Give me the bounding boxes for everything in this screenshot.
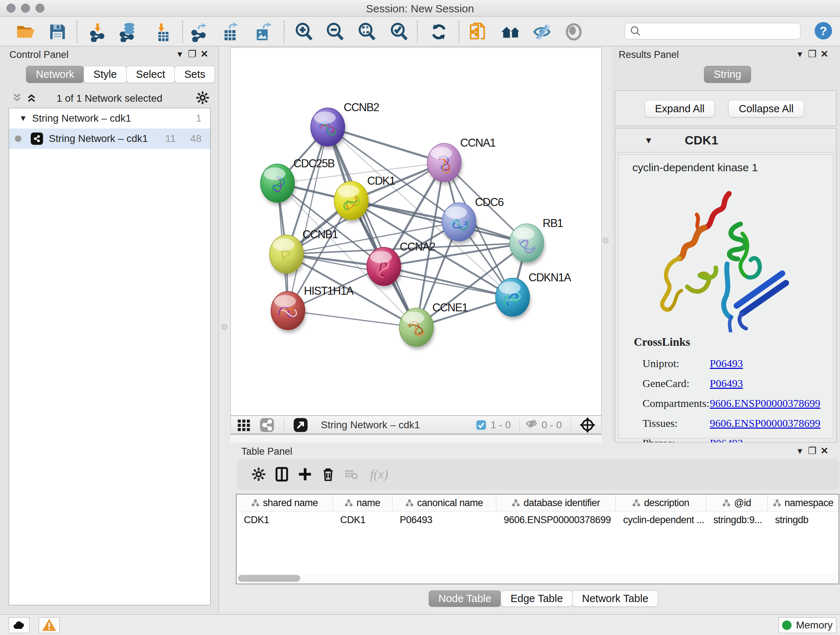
panel-menu-icon[interactable]: ▾ (794, 445, 806, 456)
results-panel: Results Panel ▾ ❐ ✕ String Expand All Co… (611, 46, 840, 443)
results-panel-title: Results Panel (619, 49, 679, 60)
table-panel-window-buttons: ▾ ❐ ✕ (794, 445, 831, 456)
tab-select[interactable]: Select (126, 66, 175, 83)
zoom-selected-button[interactable] (388, 21, 409, 42)
panel-close-icon[interactable]: ✕ (198, 49, 210, 60)
refresh-button[interactable] (428, 21, 449, 42)
network-collection-row[interactable]: ▼ String Network – cdk1 1 (9, 108, 210, 128)
export-network-button[interactable] (189, 21, 210, 42)
column-header[interactable]: canonical name (393, 494, 496, 511)
panel-menu-icon[interactable]: ▾ (794, 49, 806, 60)
delete-column-button[interactable] (317, 464, 340, 485)
show-eye-button[interactable] (563, 21, 584, 42)
column-header[interactable]: namespace (767, 494, 838, 511)
network-edge[interactable] (288, 127, 328, 310)
right-splitter-handle[interactable] (603, 238, 608, 243)
selected-checkbox[interactable] (475, 419, 487, 431)
panel-close-icon[interactable]: ✕ (818, 49, 831, 60)
column-header[interactable]: description (616, 494, 706, 511)
network-node-RB1[interactable]: RB1 (510, 217, 563, 265)
document-share-button[interactable] (468, 21, 489, 42)
column-header[interactable]: name (333, 494, 393, 511)
string-style-button[interactable] (256, 415, 279, 435)
tree-caret-icon[interactable]: ▼ (19, 114, 27, 123)
network-edge[interactable] (328, 127, 416, 327)
section-caret-icon[interactable]: ▼ (644, 135, 653, 146)
import-table-button[interactable] (151, 21, 172, 42)
search-input[interactable] (625, 23, 801, 40)
panel-float-icon[interactable]: ❐ (806, 445, 818, 456)
table-row[interactable]: CDK1 CDK1 P06493 9606.ENSP00000378699 cy… (237, 511, 838, 527)
show-columns-button[interactable] (270, 464, 294, 485)
tab-network[interactable]: Network (26, 66, 84, 83)
hide-glasses-button[interactable] (531, 21, 553, 42)
collapse-all-button[interactable]: Collapse All (728, 100, 804, 117)
table-options-button[interactable] (247, 464, 270, 485)
left-splitter-handle[interactable] (221, 324, 227, 330)
tab-node-table[interactable]: Node Table (429, 591, 501, 607)
expand-all-button[interactable]: Expand All (645, 100, 715, 117)
network-node-CCNB2[interactable]: CCNB2 (311, 101, 379, 149)
clear-table-button[interactable] (340, 464, 363, 485)
crosslink-value[interactable]: 9606.ENSP00000378699 (710, 393, 821, 413)
panel-menu-icon[interactable]: ▾ (174, 49, 186, 60)
column-header[interactable]: shared name (237, 494, 333, 511)
export-table-button[interactable] (220, 21, 241, 42)
tab-sets[interactable]: Sets (174, 66, 215, 83)
crosslink-value[interactable]: P06493 (710, 373, 743, 393)
column-header[interactable]: @id (706, 494, 768, 511)
panel-float-icon[interactable]: ❐ (806, 49, 818, 60)
hidden-indicator-icon (525, 417, 538, 432)
attribute-icon (345, 499, 353, 507)
gene-header-row[interactable]: ▼ CDK1 (615, 128, 836, 152)
scrollbar-thumb[interactable] (238, 575, 300, 582)
help-button[interactable]: ? (815, 22, 832, 40)
toolbar-separator (76, 20, 77, 43)
network-options-button[interactable] (195, 90, 210, 106)
export-image-button[interactable] (252, 21, 273, 42)
tab-edge-table[interactable]: Edge Table (501, 591, 573, 607)
detach-view-button[interactable] (289, 415, 312, 435)
network-row[interactable]: String Network – cdk1 11 48 (9, 128, 210, 149)
panel-close-icon[interactable]: ✕ (818, 445, 831, 456)
attribute-icon (406, 499, 414, 507)
function-builder-button[interactable]: f(x) (363, 464, 395, 485)
gene-description: cyclin-dependent kinase 1 (632, 162, 758, 174)
zoom-out-button[interactable] (325, 21, 346, 42)
save-session-button[interactable] (47, 21, 68, 42)
network-node-CDK1[interactable]: CDK1 (334, 174, 395, 223)
gene-section: ▼ CDK1 cyclin-dependent kinase 1 (615, 128, 836, 442)
node-label-HIST1H1A: HIST1H1A (304, 285, 354, 297)
crosslink-value[interactable]: 9606.ENSP00000378699 (710, 413, 821, 433)
warnings-button[interactable] (39, 617, 60, 633)
tab-string-results[interactable]: String (704, 66, 751, 83)
import-network-database-button[interactable] (118, 21, 139, 42)
create-column-button[interactable] (294, 464, 317, 485)
zoom-fit-icon (357, 22, 377, 42)
network-edge[interactable] (288, 310, 416, 327)
import-network-file-button[interactable] (88, 21, 109, 42)
tab-network-table[interactable]: Network Table (572, 591, 658, 607)
toolbar-separator (458, 20, 459, 43)
navigator-grid-button[interactable] (232, 415, 256, 435)
network-node-HIST1H1A[interactable]: HIST1H1A (271, 285, 354, 333)
zoom-fit-button[interactable] (356, 21, 377, 42)
memory-button[interactable]: Memory (778, 617, 836, 633)
open-session-button[interactable] (15, 21, 36, 42)
cloud-button[interactable] (9, 617, 30, 633)
view-splitter-strip[interactable] (231, 435, 602, 442)
network-node-CCNE1[interactable]: CCNE1 (399, 301, 468, 349)
network-canvas[interactable]: CCNB2CCNA1CDC25BCDK1CDC6RB1CCNB1CCNA2CDK… (231, 48, 602, 416)
network-node-CDC6[interactable]: CDC6 (442, 196, 504, 244)
column-header[interactable]: database identifier (496, 494, 616, 511)
tab-style[interactable]: Style (84, 66, 126, 83)
fit-selected-button[interactable] (576, 415, 599, 435)
zoom-in-button[interactable] (294, 21, 314, 42)
network-node-CDKN1A[interactable]: CDKN1A (496, 271, 572, 319)
node-label-CDKN1A: CDKN1A (529, 271, 572, 284)
panel-float-icon[interactable]: ❐ (186, 49, 198, 60)
home-button[interactable] (500, 21, 521, 42)
crosslink-value[interactable]: P06493 (710, 353, 743, 373)
network-node-CCNA1[interactable]: CCNA1 (427, 136, 496, 185)
table-horizontal-scrollbar[interactable] (237, 574, 837, 583)
